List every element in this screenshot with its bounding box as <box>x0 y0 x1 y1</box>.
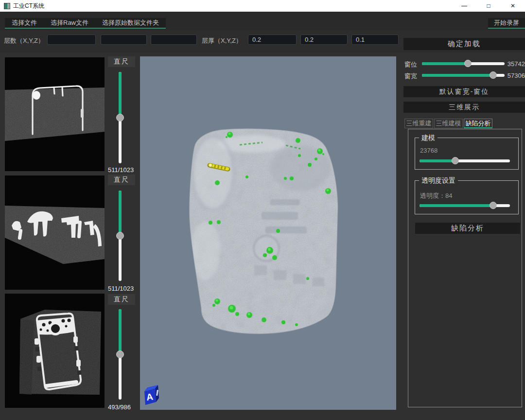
select-file-button[interactable]: 选择文件 <box>5 18 44 28</box>
window-level-slider-thumb[interactable] <box>464 60 472 67</box>
window-level-slider[interactable] <box>422 62 505 65</box>
defect-analysis-panel: 建模 23768 透明度设置 透明度：84 缺陷分析 <box>408 129 522 407</box>
transparency-groupbox: 透明度设置 透明度：84 <box>415 180 519 214</box>
transparency-group-title: 透明度设置 <box>419 176 458 185</box>
ct-slice-image-middle[interactable] <box>5 175 105 290</box>
ct-slice-image-top[interactable] <box>5 57 105 171</box>
modeling-slider[interactable] <box>420 159 510 162</box>
slice-position-bottom: 493/986 <box>108 403 131 411</box>
window-width-value: 57306 <box>504 72 525 79</box>
thickness-label: 层厚（X,Y,Z） <box>202 36 242 45</box>
window-title: 工业CT系统 <box>13 2 44 10</box>
slice-slider-thumb-middle[interactable] <box>116 232 124 240</box>
window-level-value: 35742 <box>504 60 525 68</box>
slice-position-top: 511/1023 <box>108 166 134 174</box>
tab-3d-modeling[interactable]: 三维建模 <box>434 119 463 128</box>
slice-slider-thumb-top[interactable] <box>116 114 124 122</box>
layers-z-input[interactable] <box>151 35 197 45</box>
maximize-icon[interactable]: □ <box>476 0 501 12</box>
thickness-z-input[interactable] <box>351 35 399 45</box>
titlebar: 工业CT系统 — □ ✕ <box>0 0 525 12</box>
thickness-x-input[interactable] <box>248 35 297 45</box>
modeling-group-title: 建模 <box>419 134 438 142</box>
tab-3d-reconstruction[interactable]: 三维重建 <box>404 119 433 128</box>
slice-slider-middle[interactable] <box>119 191 122 281</box>
slice-slider-bottom[interactable] <box>119 309 122 400</box>
ruler-button-top[interactable]: 直尺 <box>108 56 135 67</box>
modeling-groupbox: 建模 23768 <box>415 138 519 170</box>
window-width-label: 窗宽 <box>404 72 417 81</box>
ct-viewer-middle: 直尺 511/1023 <box>0 175 141 293</box>
slice-slider-thumb-bottom[interactable] <box>116 350 124 358</box>
select-raw-file-button[interactable]: 选择Raw文件 <box>44 18 95 28</box>
slice-slider-top[interactable] <box>119 72 122 163</box>
ct-slice-image-bottom[interactable] <box>5 294 105 408</box>
confirm-load-button[interactable]: 确定加载 <box>403 38 525 50</box>
slice-position-middle: 511/1023 <box>108 285 134 292</box>
app-icon <box>4 3 10 9</box>
default-window-button[interactable]: 默认窗宽-窗位 <box>403 86 525 97</box>
window-width-slider-thumb[interactable] <box>490 71 497 79</box>
modeling-slider-thumb[interactable] <box>452 157 459 164</box>
transparency-value: 透明度：84 <box>420 192 452 200</box>
tab-defect-analysis[interactable]: 缺陷分析 <box>464 119 492 128</box>
window-width-slider[interactable] <box>422 74 505 77</box>
window-controls: — □ ✕ <box>452 0 525 12</box>
slider-fill <box>119 309 122 354</box>
thickness-y-input[interactable] <box>300 35 348 45</box>
app-window: 工业CT系统 — □ ✕ 选择文件 选择Raw文件 选择原始数据文件夹 开始录屏… <box>0 0 525 420</box>
slider-fill <box>119 191 122 236</box>
ruler-button-bottom[interactable]: 直尺 <box>108 294 135 305</box>
window-level-label: 窗位 <box>404 60 417 69</box>
slider-fill <box>119 72 122 118</box>
layers-label: 层数（X,Y,Z） <box>4 36 44 45</box>
ct-viewer-bottom: 直尺 493/986 <box>0 293 141 411</box>
layers-y-input[interactable] <box>101 35 147 45</box>
toolbar: 选择文件 选择Raw文件 选择原始数据文件夹 开始录屏 <box>0 12 525 30</box>
transparency-slider[interactable] <box>420 204 510 207</box>
minimize-icon[interactable]: — <box>452 0 476 12</box>
select-raw-data-folder-button[interactable]: 选择原始数据文件夹 <box>95 18 166 28</box>
defect-analysis-button[interactable]: 缺陷分析 <box>415 223 520 234</box>
close-icon[interactable]: ✕ <box>501 0 525 12</box>
show-3d-button[interactable]: 三维展示 <box>403 102 525 113</box>
3d-render-view[interactable]: A <box>140 56 396 410</box>
ct-viewer-top: 直尺 511/1023 <box>0 56 141 175</box>
layers-x-input[interactable] <box>47 35 96 45</box>
file-button-group: 选择文件 选择Raw文件 选择原始数据文件夹 <box>5 18 166 29</box>
transparency-slider-thumb[interactable] <box>490 202 497 209</box>
modeling-value: 23768 <box>420 147 438 154</box>
ruler-button-middle[interactable]: 直尺 <box>108 175 135 185</box>
start-recording-button[interactable]: 开始录屏 <box>488 18 525 29</box>
